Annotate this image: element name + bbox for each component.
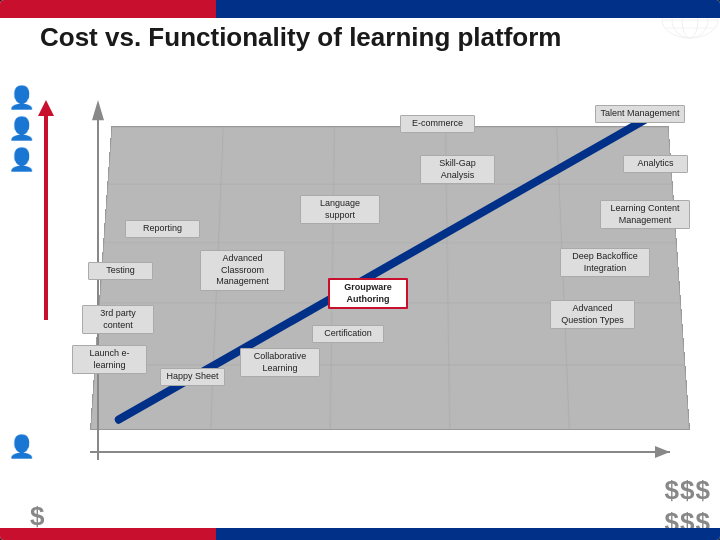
slide: Cost vs. Functionality of learning platf… xyxy=(0,0,720,540)
svg-marker-17 xyxy=(655,446,670,458)
label-skillgap: Skill-Gap Analysis xyxy=(420,155,495,184)
person-icon-bottom: 👤 xyxy=(8,434,35,460)
person-icon-2: 👤 xyxy=(8,116,35,142)
label-collab: Collaborative Learning xyxy=(240,348,320,377)
dollar-1: $ xyxy=(665,475,679,506)
label-ecommerce: E-commerce xyxy=(400,115,475,133)
label-happy-sheet: Happy Sheet xyxy=(160,368,225,386)
top-bar xyxy=(0,0,720,18)
dollar-3: $ xyxy=(696,475,710,506)
label-learning-content: Learning Content Management xyxy=(600,200,690,229)
dollar-2: $ xyxy=(680,475,694,506)
label-reporting: Reporting xyxy=(125,220,200,238)
page-title: Cost vs. Functionality of learning platf… xyxy=(40,22,620,53)
label-groupware: Groupware Authoring xyxy=(328,278,408,309)
person-icon-3: 👤 xyxy=(8,147,35,173)
label-launch: Launch e-learning xyxy=(72,345,147,374)
label-adv-question: Advanced Question Types xyxy=(550,300,635,329)
chart-area: Talent Management E-commerce Analytics S… xyxy=(30,100,700,490)
label-certification: Certification xyxy=(312,325,384,343)
svg-marker-6 xyxy=(38,100,54,320)
svg-marker-19 xyxy=(92,100,104,120)
label-testing: Testing xyxy=(88,262,153,280)
title-area: Cost vs. Functionality of learning platf… xyxy=(40,22,620,53)
label-analytics: Analytics xyxy=(623,155,688,173)
label-talent-mgmt: Talent Management xyxy=(595,105,685,123)
label-deep-backoffice: Deep Backoffice Integration xyxy=(560,248,650,277)
people-icons-top: 👤 👤 👤 xyxy=(8,85,35,173)
label-language: Language support xyxy=(300,195,380,224)
person-icon-1: 👤 xyxy=(8,85,35,111)
x-axis-arrow xyxy=(90,444,690,460)
label-3rdparty: 3rd party content xyxy=(82,305,154,334)
y-axis-arrow-line xyxy=(90,100,106,460)
bottom-bar xyxy=(0,528,720,540)
red-arrow xyxy=(38,100,54,440)
label-adv-classroom: Advanced Classroom Management xyxy=(200,250,285,291)
